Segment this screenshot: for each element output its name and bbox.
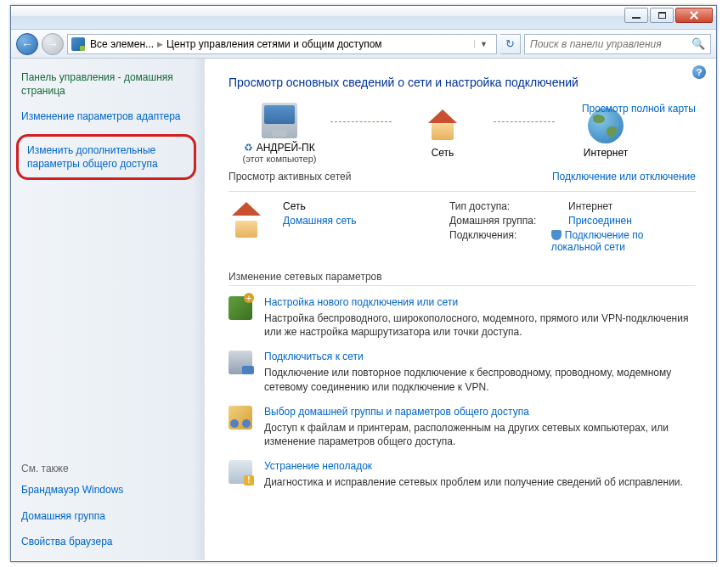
sidebar: Панель управления - домашняя страница Из… (11, 59, 205, 560)
lan-icon (551, 230, 562, 240)
connector-line (494, 121, 555, 123)
search-box[interactable]: 🔍 (524, 34, 711, 54)
navbar: ← → Все элемен... ▶ Центр управления сет… (11, 30, 716, 59)
connection-link[interactable]: Подключение по локальной сети (551, 229, 644, 253)
minimize-button[interactable] (624, 8, 648, 23)
node-network: Сеть (392, 108, 494, 159)
maximize-button[interactable] (650, 8, 674, 23)
sidebar-browser-link[interactable]: Свойства браузера (21, 535, 195, 548)
network-name: Сеть (283, 200, 402, 212)
chevron-right-icon: ▶ (157, 40, 163, 48)
network-house-icon (229, 200, 269, 241)
task-desc: Доступ к файлам и принтерам, расположенн… (264, 421, 696, 448)
breadcrumb-root[interactable]: Все элемен... (90, 38, 154, 50)
sidebar-firewall-link[interactable]: Брандмауэр Windows (21, 483, 195, 497)
house-icon (425, 108, 460, 143)
separator (229, 285, 696, 286)
address-bar[interactable]: Все элемен... ▶ Центр управления сетями … (67, 34, 497, 54)
node-this-pc: ♻ АНДРЕЙ-ПК (этот компьютер) (229, 103, 330, 164)
task-desc: Настройка беспроводного, широкополосного… (264, 312, 696, 339)
task-connect-network[interactable]: Подключиться к сети Подключение или повт… (229, 351, 696, 393)
homegroup-sharing-icon (229, 406, 252, 429)
sidebar-advanced-sharing-link[interactable]: Изменить дополнительные параметры общего… (27, 143, 185, 171)
network-center-icon (71, 37, 85, 51)
search-icon[interactable]: 🔍 (691, 37, 705, 50)
sidebar-advanced-highlight: Изменить дополнительные параметры общего… (16, 134, 196, 180)
task-new-connection[interactable]: Настройка нового подключения или сети На… (229, 296, 696, 339)
task-title: Настройка нового подключения или сети (264, 296, 696, 308)
connector-line (330, 121, 392, 123)
new-connection-icon (229, 296, 252, 320)
sidebar-home-link[interactable]: Панель управления - домашняя страница (21, 70, 195, 98)
troubleshoot-icon (229, 460, 252, 484)
titlebar (11, 6, 716, 30)
search-input[interactable] (530, 38, 691, 50)
internet-label: Интернет (584, 147, 628, 159)
address-dropdown-icon[interactable]: ▼ (474, 40, 493, 48)
connect-network-icon (229, 351, 252, 374)
forward-button[interactable]: → (42, 33, 64, 55)
access-type-value: Интернет (568, 200, 612, 212)
active-networks-heading: Просмотр активных сетей (229, 171, 351, 182)
pc-sublabel: (этот компьютер) (242, 154, 316, 164)
main-content: ? Просмотр основных сведений о сети и на… (205, 59, 716, 560)
task-desc: Подключение или повторное подключение к … (264, 366, 696, 393)
breadcrumb-current[interactable]: Центр управления сетями и общим доступом (166, 38, 382, 50)
connect-disconnect-link[interactable]: Подключение или отключение (552, 171, 696, 182)
sidebar-adapter-link[interactable]: Изменение параметров адаптера (21, 109, 195, 123)
task-desc: Диагностика и исправление сетевых пробле… (264, 475, 683, 489)
access-type-label: Тип доступа: (449, 200, 568, 212)
sidebar-see-also-heading: См. также (21, 463, 195, 474)
network-type-link[interactable]: Домашняя сеть (283, 215, 402, 227)
change-settings-heading: Изменение сетевых параметров (229, 271, 696, 283)
page-title: Просмотр основных сведений о сети и наст… (229, 76, 696, 89)
help-icon[interactable]: ? (692, 65, 706, 79)
task-title: Подключиться к сети (264, 351, 696, 362)
task-title: Устранение неполадок (264, 460, 683, 472)
close-button[interactable] (675, 8, 713, 23)
network-label: Сеть (432, 147, 454, 159)
network-info: Сеть Домашняя сеть Тип доступа: Интернет… (229, 200, 696, 255)
task-homegroup[interactable]: Выбор домашней группы и параметров общег… (229, 406, 696, 448)
pc-name: АНДРЕЙ-ПК (257, 142, 315, 154)
node-internet: Интернет (555, 108, 657, 159)
network-map: ♻ АНДРЕЙ-ПК (этот компьютер) Сеть Интерн… (229, 103, 696, 164)
pc-icon (262, 103, 297, 138)
task-title: Выбор домашней группы и параметров общег… (264, 406, 696, 418)
window: ← → Все элемен... ▶ Центр управления сет… (10, 5, 717, 562)
view-full-map-link[interactable]: Просмотр полной карты (582, 103, 696, 115)
connections-label: Подключения: (449, 229, 551, 253)
homegroup-label: Домашняя группа: (449, 215, 568, 227)
back-button[interactable]: ← (16, 33, 38, 55)
homegroup-link[interactable]: Присоединен (568, 215, 632, 227)
task-troubleshoot[interactable]: Устранение неполадок Диагностика и испра… (229, 460, 696, 489)
separator (229, 191, 696, 192)
refresh-button[interactable]: ↻ (500, 34, 521, 54)
sidebar-homegroup-link[interactable]: Домашняя группа (21, 509, 195, 523)
